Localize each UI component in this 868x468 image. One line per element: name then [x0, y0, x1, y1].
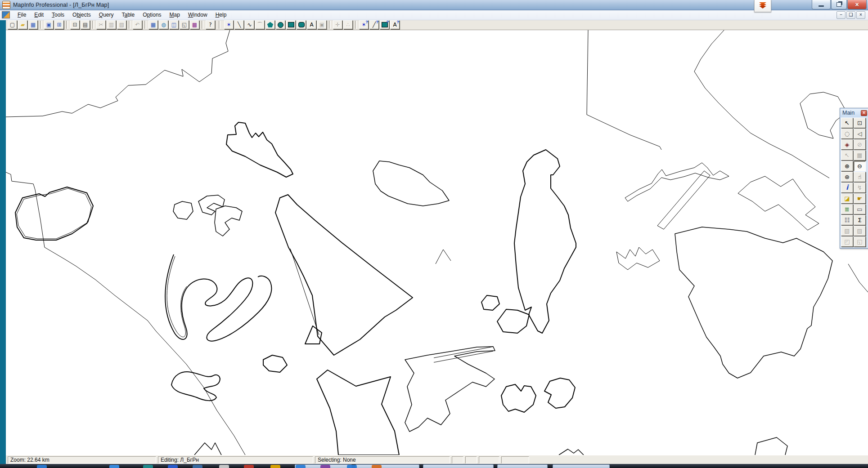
window-title: MapInfo Professional - [Л_БгРн Map]	[13, 2, 109, 8]
menu-options[interactable]: Options	[139, 10, 165, 19]
arc-icon: ⌒	[257, 22, 263, 27]
taskbar-icon[interactable]	[244, 465, 254, 468]
print-window-icon: ▤	[83, 22, 88, 27]
map-canvas[interactable]	[6, 30, 868, 455]
new-redistricter-button[interactable]: ▩	[190, 20, 199, 29]
boundary-select-button[interactable]: ◈	[841, 139, 853, 150]
menu-query[interactable]: Query	[95, 10, 118, 19]
set-clip-region-button: ◰	[841, 236, 853, 247]
taskbar-button[interactable]	[355, 464, 419, 468]
zoom-in-button[interactable]: ⊕	[841, 161, 853, 171]
toolbar-separator	[202, 21, 203, 29]
label-tool-button[interactable]: ◪	[841, 193, 853, 204]
drag-map-window-button[interactable]: ☛	[854, 193, 866, 204]
toolbar-separator	[329, 21, 331, 29]
rounded-rectangle-button[interactable]	[297, 20, 306, 29]
menu-table[interactable]: Table	[117, 10, 139, 19]
menu-file[interactable]: File	[13, 10, 30, 19]
zoom-out-button[interactable]: ⊖	[854, 161, 866, 171]
taskbar-button[interactable]	[553, 464, 610, 468]
grabber-pan-button[interactable]: ☝	[854, 172, 866, 182]
open-table-button[interactable]: ▰	[18, 20, 27, 29]
taskbar-icon[interactable]	[109, 465, 119, 468]
marquee-select-button[interactable]: ⊡	[854, 118, 866, 128]
line-button[interactable]: ╲	[234, 20, 244, 29]
help-pointer-icon: ?	[209, 22, 211, 27]
help-pointer-button[interactable]: ?	[206, 20, 215, 29]
new-browser-button[interactable]: ▦	[148, 20, 158, 29]
new-grapher-button[interactable]: ◫	[169, 20, 179, 29]
new-layout-button[interactable]: ◱	[180, 20, 189, 29]
mdi-restore-button[interactable]: ❏	[846, 11, 855, 19]
ellipse-button[interactable]	[276, 20, 285, 29]
copy-button: ▥	[107, 20, 116, 29]
save-table-button[interactable]: ▣	[44, 20, 54, 29]
mdi-close-button[interactable]: ×	[856, 11, 865, 19]
save-table-icon: ▣	[46, 22, 51, 27]
new-mapper-button[interactable]: ◍	[159, 20, 168, 29]
map-region-outline	[198, 195, 225, 215]
line-style-button[interactable]: ╱	[369, 20, 379, 29]
open-dbms-table-button[interactable]: ▦	[28, 20, 38, 29]
taskbar-button[interactable]	[423, 464, 494, 468]
taskbar-icon[interactable]	[219, 465, 229, 468]
arc-button[interactable]: ⌒	[255, 20, 265, 29]
taskbar-button[interactable]	[497, 464, 548, 468]
print-window-button[interactable]: ▤	[81, 20, 90, 29]
radius-select-button[interactable]: ◌	[841, 129, 853, 139]
taskbar-icon[interactable]	[347, 465, 357, 468]
info-tool-button[interactable]: i	[841, 183, 853, 193]
region-style-button[interactable]	[380, 20, 389, 29]
select-button[interactable]: ↖	[841, 118, 853, 128]
map-region-outline	[290, 249, 319, 335]
menu-edit[interactable]: Edit	[30, 10, 48, 19]
palette-title-bar[interactable]: Main x	[841, 109, 868, 117]
map-window-icon[interactable]	[2, 11, 10, 18]
symbol-button[interactable]: ✶	[224, 20, 234, 29]
menu-help[interactable]: Help	[211, 10, 231, 19]
polygon-select-button[interactable]: ◁	[854, 129, 866, 139]
map-region-outline	[587, 30, 661, 150]
main-toolbar-palette[interactable]: Main x ↖⊡◌◁◈⊘↖▦⊕⊖⊛☝i↯◪☛≣▭☷Σ▧▨◰◱	[840, 108, 868, 249]
polygon-button[interactable]	[265, 20, 275, 29]
taskbar-icon[interactable]	[168, 465, 178, 468]
menu-tools[interactable]: Tools	[48, 10, 68, 19]
close-button[interactable]: ×	[847, 0, 867, 9]
taskbar-icon[interactable]	[193, 465, 202, 468]
status-cell-6	[479, 456, 499, 464]
taskbar-icon[interactable]	[320, 465, 330, 468]
layer-control-button[interactable]: ≣	[841, 204, 853, 214]
taskbar-icon[interactable]	[296, 465, 306, 468]
minimize-button[interactable]	[812, 0, 831, 9]
add-node-button: ∴	[343, 20, 353, 29]
show-legend-button[interactable]: ☷	[841, 215, 853, 225]
taskbar-icon[interactable]	[143, 465, 153, 468]
save-window-as-button[interactable]: ⊟	[70, 20, 80, 29]
map-region-outline	[497, 309, 529, 333]
map-region-outline	[544, 378, 575, 408]
text-style-button[interactable]: A	[390, 20, 400, 29]
restore-button[interactable]	[831, 0, 847, 9]
menu-map[interactable]: Map	[166, 10, 184, 19]
windows-taskbar	[0, 464, 868, 468]
taskbar-icon[interactable]	[270, 465, 280, 468]
mdi-minimize-button[interactable]: –	[837, 11, 846, 19]
text-button[interactable]: A	[307, 20, 316, 29]
taskbar-icon[interactable]	[372, 465, 382, 468]
add-node-icon: ∴	[346, 22, 350, 27]
change-view-button[interactable]: ⊛	[841, 172, 853, 182]
map-region-outline	[15, 187, 93, 240]
ruler-button[interactable]: ▭	[854, 204, 866, 214]
menu-objects[interactable]: Objects	[68, 10, 95, 19]
save-workspace-button[interactable]: ⊞	[54, 20, 64, 29]
download-arrows-button[interactable]	[754, 0, 771, 12]
boundary-select-icon: ◈	[845, 142, 850, 147]
menu-window[interactable]: Window	[184, 10, 211, 19]
symbol-style-button[interactable]: ✶	[359, 20, 369, 29]
new-table-button[interactable]: ▢	[8, 20, 17, 29]
rectangle-button[interactable]	[286, 20, 296, 29]
polyline-button[interactable]: ∿	[245, 20, 254, 29]
taskbar-icon[interactable]	[37, 465, 47, 468]
show-statistics-button[interactable]: Σ	[854, 215, 866, 225]
palette-close-button[interactable]: x	[861, 110, 867, 116]
